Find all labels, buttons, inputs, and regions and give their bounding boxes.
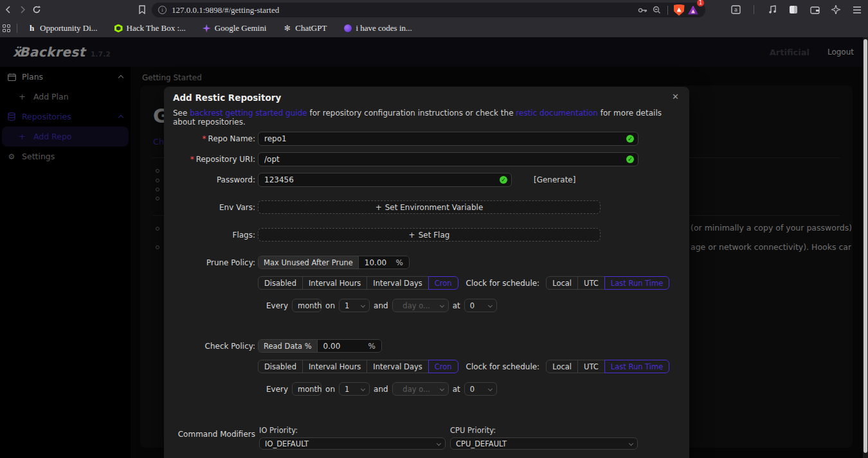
- getting-started-guide-link[interactable]: backrest getting started guide: [190, 109, 307, 118]
- set-flag-button[interactable]: + Set Flag: [258, 228, 601, 242]
- prune-value-input[interactable]: 10.00 %: [359, 256, 409, 269]
- check-month-select[interactable]: month: [292, 382, 321, 396]
- menu-icon[interactable]: [850, 3, 864, 17]
- url-bar[interactable]: i 127.0.0.1:9898/#/getting-started 1: [152, 3, 705, 17]
- sidebar-panel-icon[interactable]: a: [728, 3, 743, 17]
- modal-title: Add Restic Repository: [173, 92, 281, 103]
- check-schedule-row: Disabled Interval Hours Interval Days Cr…: [258, 360, 669, 373]
- brave-rewards-icon[interactable]: 1: [686, 3, 700, 17]
- bookmark-icon[interactable]: [135, 3, 149, 17]
- codes-favicon: [344, 24, 352, 32]
- password-input[interactable]: [258, 173, 512, 187]
- media-icon[interactable]: [765, 3, 779, 17]
- page-scrollbar[interactable]: [863, 37, 868, 458]
- clock-last-run-time-button[interactable]: Last Run Time: [604, 360, 669, 373]
- zoom-out-icon[interactable]: [649, 3, 664, 17]
- divider: [667, 6, 668, 15]
- site-info-icon[interactable]: i: [158, 6, 167, 14]
- io-priority-select[interactable]: IO_DEFAULT: [259, 437, 446, 450]
- check-circle-icon: ✓: [626, 155, 634, 163]
- check-value-input[interactable]: 0.00 %: [318, 340, 381, 352]
- check-policy-input-group: Read Data % 0.00 %: [258, 339, 382, 353]
- bookmark-chatgpt[interactable]: ✻ ChatGPT: [283, 23, 327, 33]
- schedule-interval-hours-button[interactable]: Interval Hours: [302, 276, 367, 290]
- divider: [17, 24, 17, 33]
- schedule-interval-days-button[interactable]: Interval Days: [366, 360, 428, 373]
- chevron-down-icon: [361, 387, 365, 391]
- bookmark-codes[interactable]: i have codes in...: [343, 23, 411, 33]
- check-day-of-week-select[interactable]: day o...: [392, 382, 449, 396]
- prune-cron-row: Every month on 1 and day o... at 0: [266, 299, 497, 312]
- clock-for-schedule-label: Clock for schedule:: [466, 362, 540, 371]
- leo-ai-icon[interactable]: [829, 3, 843, 17]
- schedule-disabled-button[interactable]: Disabled: [258, 276, 303, 290]
- check-schedule-type-group: Disabled Interval Hours Interval Days Cr…: [258, 360, 458, 373]
- browser-chrome: i 127.0.0.1:9898/#/getting-started 1 a: [0, 0, 868, 37]
- check-day-select[interactable]: 1: [339, 382, 370, 396]
- prune-month-select[interactable]: month: [292, 299, 321, 312]
- gemini-favicon: [203, 24, 211, 33]
- wallet-icon[interactable]: [808, 3, 822, 17]
- apps-grid-icon[interactable]: [3, 24, 10, 32]
- check-circle-icon: ✓: [500, 176, 507, 184]
- bookmark-opportunity[interactable]: h Opportunity Di...: [28, 23, 98, 33]
- hackthebox-favicon: [114, 24, 123, 33]
- check-clock-group: Local UTC Last Run Time: [546, 360, 669, 373]
- percent-suffix: %: [368, 342, 375, 351]
- env-vars-row: Env Vars: + Set Environment Variable: [173, 200, 601, 214]
- clock-local-button[interactable]: Local: [546, 360, 578, 373]
- chevron-down-icon: [440, 387, 444, 391]
- prune-policy-row: Prune Policy: Max Unused After Prune 10.…: [173, 256, 410, 269]
- password-label: Password:: [173, 175, 255, 184]
- schedule-interval-days-button[interactable]: Interval Days: [366, 276, 428, 290]
- repo-uri-row: *Repository URI: ✓: [173, 152, 638, 166]
- svg-text:a: a: [734, 7, 737, 13]
- schedule-cron-button[interactable]: Cron: [428, 360, 458, 373]
- clock-utc-button[interactable]: UTC: [577, 360, 605, 373]
- clock-local-button[interactable]: Local: [546, 276, 578, 290]
- clock-last-run-time-button[interactable]: Last Run Time: [604, 276, 669, 290]
- toolbar-right-icons: a: [728, 0, 864, 19]
- check-mode-select[interactable]: Read Data %: [258, 340, 318, 352]
- url-text[interactable]: 127.0.0.1:9898/#/getting-started: [172, 5, 635, 15]
- chatgpt-favicon: ✻: [283, 24, 291, 33]
- repo-name-input[interactable]: [258, 132, 638, 146]
- generate-password-button[interactable]: [Generate]: [534, 175, 575, 184]
- check-policy-row: Check Policy: Read Data % 0.00 %: [173, 339, 382, 353]
- schedule-cron-button[interactable]: Cron: [428, 276, 458, 290]
- set-env-variable-button[interactable]: + Set Environment Variable: [258, 200, 601, 214]
- prune-hour-select[interactable]: 0: [464, 299, 497, 312]
- schedule-interval-hours-button[interactable]: Interval Hours: [302, 360, 367, 373]
- chevron-down-icon: [629, 441, 633, 446]
- repo-name-label: Repo Name:: [208, 134, 255, 143]
- prune-day-select[interactable]: 1: [339, 299, 370, 312]
- plus-icon: +: [409, 231, 415, 240]
- bookmark-gemini[interactable]: Google Gemini: [203, 23, 267, 33]
- scrollbar-thumb[interactable]: [863, 39, 867, 453]
- cpu-priority-label: CPU Priority:: [450, 426, 638, 435]
- reload-icon[interactable]: [30, 3, 44, 17]
- chevron-down-icon: [361, 303, 365, 308]
- check-hour-select[interactable]: 0: [464, 382, 497, 396]
- back-icon[interactable]: [1, 3, 15, 17]
- forward-icon[interactable]: [15, 3, 30, 17]
- restic-documentation-link[interactable]: restic documentation: [516, 109, 598, 118]
- env-vars-label: Env Vars:: [173, 203, 255, 212]
- command-modifiers-row: Command Modifiers IO Priority: IO_DEFAUL…: [173, 426, 638, 450]
- clock-utc-button[interactable]: UTC: [577, 276, 605, 290]
- repo-uri-input[interactable]: [258, 152, 638, 166]
- prune-schedule-type-group: Disabled Interval Hours Interval Days Cr…: [258, 276, 458, 290]
- chevron-down-icon: [488, 303, 493, 308]
- schedule-disabled-button[interactable]: Disabled: [258, 360, 303, 373]
- key-icon[interactable]: [635, 3, 649, 17]
- command-modifiers-label: Command Modifiers: [173, 430, 255, 439]
- cpu-priority-select[interactable]: CPU_DEFAULT: [450, 437, 638, 450]
- prune-policy-label: Prune Policy:: [173, 258, 255, 267]
- prune-day-of-week-select[interactable]: day o...: [392, 299, 449, 312]
- close-icon[interactable]: ✕: [669, 91, 682, 103]
- prune-mode-select[interactable]: Max Unused After Prune: [258, 256, 359, 269]
- check-circle-icon: ✓: [626, 135, 634, 143]
- brave-shield-icon[interactable]: [672, 3, 686, 17]
- reading-mode-icon[interactable]: [786, 3, 800, 17]
- bookmark-hackthebox[interactable]: Hack The Box :...: [114, 23, 186, 33]
